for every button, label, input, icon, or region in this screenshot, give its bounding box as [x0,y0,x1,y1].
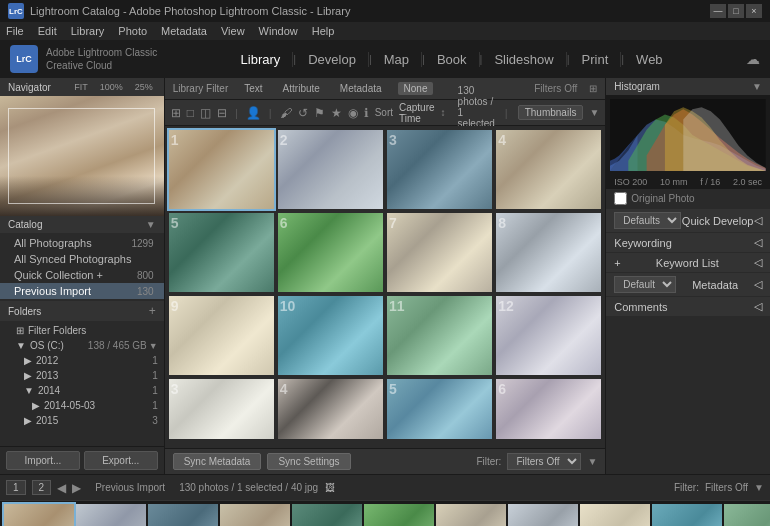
filmstrip-thumb-9[interactable] [580,504,650,527]
filmstrip-thumb-11[interactable] [724,504,770,527]
catalog-all-photos[interactable]: All Photographs 1299 [0,235,164,251]
photo-cell-7[interactable]: 7 [387,213,492,292]
menu-photo[interactable]: Photo [118,25,147,37]
photo-cell-14[interactable]: 4 [278,379,383,439]
folders-add-icon[interactable]: + [149,304,156,318]
module-book[interactable]: Book [425,52,480,67]
window-controls[interactable]: — □ × [710,4,762,18]
filmstrip-nav-left-icon[interactable]: ◀ [57,481,66,495]
photo-cell-8[interactable]: 8 [496,213,601,292]
module-library[interactable]: Library [229,52,294,67]
flag-icon[interactable]: ⚑ [314,106,325,120]
photo-cell-9[interactable]: 9 [169,296,274,375]
filmstrip-thumb-6[interactable] [364,504,434,527]
filmstrip-filter-arrow-icon[interactable]: ▼ [754,482,764,493]
star-icon[interactable]: ★ [331,106,342,120]
maximize-button[interactable]: □ [728,4,744,18]
export-button[interactable]: Export... [84,451,158,470]
module-develop[interactable]: Develop [296,52,369,67]
filmstrip-tab-2[interactable]: 2 [32,480,52,495]
metadata-preset-select[interactable]: Default [614,276,676,293]
sort-direction-icon[interactable]: ↕ [441,107,446,118]
photo-cell-15[interactable]: 5 [387,379,492,439]
navigator-header[interactable]: Navigator FIT 100% 25% [0,78,164,96]
menu-file[interactable]: File [6,25,24,37]
catalog-previous-import[interactable]: Previous Import 130 [0,283,164,299]
folder-2015[interactable]: ▶ 2015 3 [0,413,164,428]
photo-cell-2[interactable]: 2 [278,130,383,209]
filmstrip-thumb-1[interactable] [4,504,74,527]
close-button[interactable]: × [746,4,762,18]
people-view-icon[interactable]: 👤 [246,106,261,120]
filter-text-button[interactable]: Text [240,83,266,94]
menu-help[interactable]: Help [312,25,335,37]
filmstrip-thumb-10[interactable] [652,504,722,527]
histogram-header[interactable]: Histogram ▼ [606,78,770,95]
minimize-button[interactable]: — [710,4,726,18]
menu-edit[interactable]: Edit [38,25,57,37]
photo-cell-4[interactable]: 4 [496,130,601,209]
filter-toggle-icon[interactable]: ⊞ [589,83,597,94]
folders-header[interactable]: Folders + [0,301,164,321]
comments-header[interactable]: Comments ◁ [606,297,770,316]
filmstrip-thumb-5[interactable] [292,504,362,527]
rotate-left-icon[interactable]: ↺ [298,106,308,120]
zoom-100-button[interactable]: 100% [97,81,126,93]
filter-metadata-button[interactable]: Metadata [336,83,386,94]
compare-view-icon[interactable]: ◫ [200,106,211,120]
sort-select[interactable]: Capture Time [399,102,435,124]
loupe-view-icon[interactable]: □ [187,106,194,120]
photo-cell-10[interactable]: 10 [278,296,383,375]
photo-cell-11[interactable]: 11 [387,296,492,375]
grid-view-icon[interactable]: ⊞ [171,106,181,120]
filmstrip-thumb-3[interactable] [148,504,218,527]
photo-cell-6[interactable]: 6 [278,213,383,292]
painter-icon[interactable]: 🖌 [280,106,292,120]
module-print[interactable]: Print [570,52,622,67]
photo-cell-1[interactable]: 1 [169,130,274,209]
module-web[interactable]: Web [624,52,675,67]
sync-settings-button[interactable]: Sync Settings [267,453,350,470]
keyword-list-header[interactable]: + Keyword List ◁ [606,253,770,272]
folder-2013[interactable]: ▶ 2013 1 [0,368,164,383]
folder-os-c[interactable]: ▼ OS (C:) 138 / 465 GB ▼ [0,338,164,353]
filter-folders-item[interactable]: ⊞ Filter Folders [0,323,164,338]
photo-cell-16[interactable]: 6 [496,379,601,439]
keywording-header[interactable]: Keywording ◁ [606,233,770,252]
photo-cell-5[interactable]: 5 [169,213,274,292]
module-slideshow[interactable]: Slideshow [482,52,566,67]
sync-metadata-button[interactable]: Sync Metadata [173,453,262,470]
filter-none-button[interactable]: None [398,82,434,95]
original-photo-checkbox[interactable] [614,192,627,205]
survey-view-icon[interactable]: ⊟ [217,106,227,120]
catalog-quick-collection[interactable]: Quick Collection + 800 [0,267,164,283]
module-map[interactable]: Map [372,52,422,67]
filmstrip-thumb-4[interactable] [220,504,290,527]
photo-cell-3[interactable]: 3 [387,130,492,209]
filmstrip-nav-right-icon[interactable]: ▶ [72,481,81,495]
zoom-fit-button[interactable]: FIT [71,81,91,93]
thumbnails-arrow-icon[interactable]: ▼ [589,107,599,118]
quick-develop-preset-select[interactable]: Defaults [614,212,681,229]
photo-cell-13[interactable]: 3 [169,379,274,439]
filmstrip-thumb-2[interactable] [76,504,146,527]
filmstrip-thumb-8[interactable] [508,504,578,527]
folder-2012[interactable]: ▶ 2012 1 [0,353,164,368]
keyword-list-add-icon[interactable]: + [614,257,620,269]
menu-library[interactable]: Library [71,25,105,37]
folder-2014-05-03[interactable]: ▶ 2014-05-03 1 [0,398,164,413]
metadata-header[interactable]: Default Metadata ◁ [606,273,770,296]
filter-expand-icon[interactable]: ▼ [587,456,597,467]
catalog-synced-photos[interactable]: All Synced Photographs [0,251,164,267]
import-button[interactable]: Import... [6,451,80,470]
color-label-icon[interactable]: ◉ [348,106,358,120]
zoom-25-button[interactable]: 25% [132,81,156,93]
filter-off-select[interactable]: Filters Off [507,453,581,470]
menu-view[interactable]: View [221,25,245,37]
thumbnails-dropdown[interactable]: Thumbnails [518,105,584,120]
menu-metadata[interactable]: Metadata [161,25,207,37]
filmstrip-filters-off-label[interactable]: Filters Off [705,482,748,493]
filmstrip-tab-1[interactable]: 1 [6,480,26,495]
filmstrip-thumb-7[interactable] [436,504,506,527]
photo-cell-12[interactable]: 12 [496,296,601,375]
